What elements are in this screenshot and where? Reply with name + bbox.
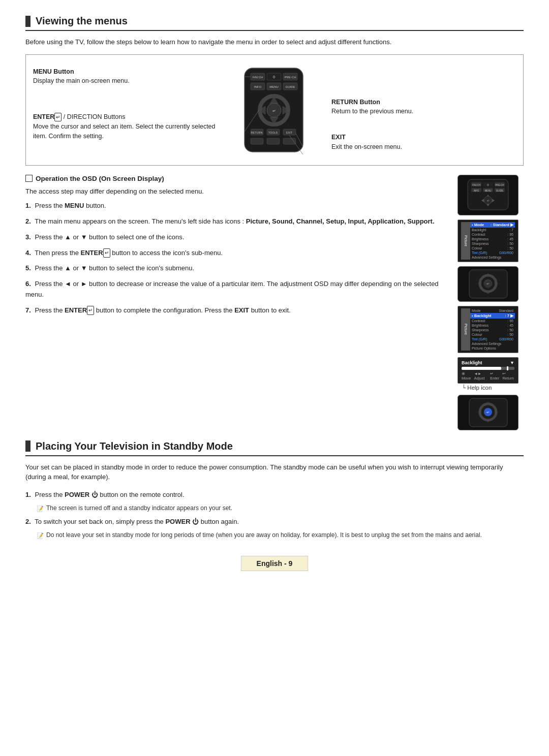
backlight-nav: ⊕ Move ◄► Adjust ↵ Enter ↩ Return [462,371,514,381]
step2-num: 2. [25,217,31,225]
step2-text: The main menu appears on the screen. The… [35,217,246,225]
menu-button-desc: Display the main on-screen menu. [33,77,130,84]
standby-step2-text: To switch your set back on, simply press… [35,518,165,525]
osd-intro: The access step may differ depending on … [25,186,447,197]
backlight-osd-container: Backlight ▼ ⊕ Move ◄► Adjust ↵ Enter ↩ R… [458,357,524,391]
standby-step1: 1. Press the POWER button on the remote … [25,489,524,500]
svg-rect-26 [251,138,263,144]
svg-text:GUIDE: GUIDE [496,190,503,192]
step5-num: 5. [25,264,31,272]
enter-desc: / DIRECTION Buttons [64,113,126,120]
step3-text: Press the ▲ or ▼ button to select one of… [35,233,184,241]
svg-text:PRE-CH: PRE-CH [495,184,504,186]
step4-enter-icon: ↵ [103,248,110,258]
remote-small-svg-1: FAV.CH 0 PRE-CH INFO MENU GUIDE [465,178,511,211]
standby-step1-end: button on the remote control. [98,491,185,498]
exit-label: EXIT [331,134,346,141]
svg-text:GUIDE: GUIDE [285,85,295,88]
standby-step1-text: Press the [35,491,65,498]
osd-step2: 2. The main menu appears on the screen. … [25,216,447,227]
step5-text: Press the ▲ or ▼ button to select the ic… [35,264,194,272]
standby-section: Placing Your Television in Standby Mode … [25,440,524,541]
diagram-right: RETURN Button Return to the previous men… [324,62,516,158]
standby-step2-bold: POWER [165,518,190,525]
svg-text:MENU: MENU [484,190,491,192]
svg-text:↵: ↵ [486,282,490,286]
osd-section: Operation the OSD (On Screen Display) Th… [25,175,524,430]
svg-text:FAV.CH: FAV.CH [252,76,263,79]
side-images: FAV.CH 0 PRE-CH INFO MENU GUIDE [458,175,524,430]
svg-text:TOOLS: TOOLS [268,131,278,134]
enter-icon: ↵ [54,113,62,121]
backlight-bar [462,367,514,370]
svg-text:INFO: INFO [474,190,479,192]
step7-end: button to complete the configuration. Pr… [94,306,234,314]
remote-small-svg-3: ↵ [467,397,510,428]
standby-step2: 2. To switch your set back on, simply pr… [25,516,524,527]
viewing-menus-section: Viewing the menus Before using the TV, f… [25,15,524,430]
exit-label-block: EXIT Exit the on-screen menu. [331,133,516,152]
standby-step1-bold: POWER [65,491,89,498]
help-icon-label: └ Help icon [458,385,524,391]
svg-text:EXIT: EXIT [286,131,292,134]
menu-screenshot-2: Picture ModeStandard • Backlight: 7 ▶ Co… [458,306,518,353]
svg-text:0: 0 [272,75,275,79]
backlight-nav-text: ⊕ Move [462,371,472,381]
step3-num: 3. [25,233,31,241]
step7-bold: ENTER [65,306,87,314]
standby-power-icon1 [92,491,98,498]
svg-rect-27 [267,138,280,144]
step4-end: button to access the icon's sub-menu. [110,249,223,257]
osd-step3: 3. Press the ▲ or ▼ button to select one… [25,232,447,243]
section-title-viewing: Viewing the menus [25,15,524,31]
exit-desc: Exit the on-screen menu. [331,143,402,150]
standby-title-text: Placing Your Television in Standby Mode [36,440,233,452]
svg-text:↵: ↵ [487,199,490,202]
menu-screenshot-1: Picture • Mode: Standard ▶ Backlight: 7 … [458,219,518,262]
step7-num: 7. [25,306,31,314]
intro-text: Before using the TV, follow the steps be… [25,37,524,47]
return-label: RETURN Button [331,99,380,106]
step2-bold: Picture, Sound, Channel, Setup, Input, A… [246,217,435,225]
step1-end: button. [84,202,106,209]
menu-button-label: MENU Button [33,68,74,75]
step1-bold: MENU [65,202,84,209]
step4-num: 4. [25,249,31,257]
diagram-remote-illustration: FAV.CH 0 PRE-CH INFO MENU GUIDE [223,62,324,158]
step1-text: Press the [35,202,65,209]
menu-button-label-block: MENU Button Display the main on-screen m… [33,67,218,86]
standby-intro: Your set can be placed in standby mode i… [25,462,524,482]
backlight-slider-handle [507,366,508,370]
footer-badge: English - 9 [241,556,309,571]
section-title-text: Viewing the menus [36,15,128,27]
standby-step2-num: 2. [25,518,31,525]
remote-small-1: FAV.CH 0 PRE-CH INFO MENU GUIDE [458,175,518,215]
svg-text:↵: ↵ [272,109,276,113]
note-icon-2: 📝 [37,531,44,541]
osd-subsection-title: Operation the OSD (On Screen Display) [25,175,447,182]
svg-text:PRE-CH: PRE-CH [284,76,296,79]
svg-rect-28 [283,138,296,144]
step6-num: 6. [25,280,31,288]
step4-text: Then press the [35,249,80,257]
standby-power-icon2 [192,518,199,525]
standby-step2-end: button again. [199,518,239,525]
footer-text: English - 9 [257,559,293,568]
section-title-standby: Placing Your Television in Standby Mode [25,440,524,456]
svg-text:INFO: INFO [254,85,261,88]
remote-small-svg-2: ↵ [467,269,510,299]
step7-text: Press the [35,306,65,314]
osd-step7: 7. Press the ENTER↵ button to complete t… [25,305,447,316]
step7-bold2: EXIT [234,306,249,314]
standby-note2: 📝 Do not leave your set in standby mode … [37,530,524,541]
backlight-down-arrow: ▼ [510,360,514,365]
page-footer: English - 9 [25,556,524,571]
diagram-left: MENU Button Display the main on-screen m… [33,62,223,158]
standby-note1-text: The screen is turned off and a standby i… [46,503,232,514]
svg-text:MENU: MENU [269,85,279,88]
diagram-box: MENU Button Display the main on-screen m… [25,54,524,166]
step4-bold: ENTER [81,249,103,257]
return-label-block: RETURN Button Return to the previous men… [331,98,516,117]
enter-sub: Move the cursor and select an item. Sele… [33,123,216,140]
checkbox-icon [25,175,33,182]
